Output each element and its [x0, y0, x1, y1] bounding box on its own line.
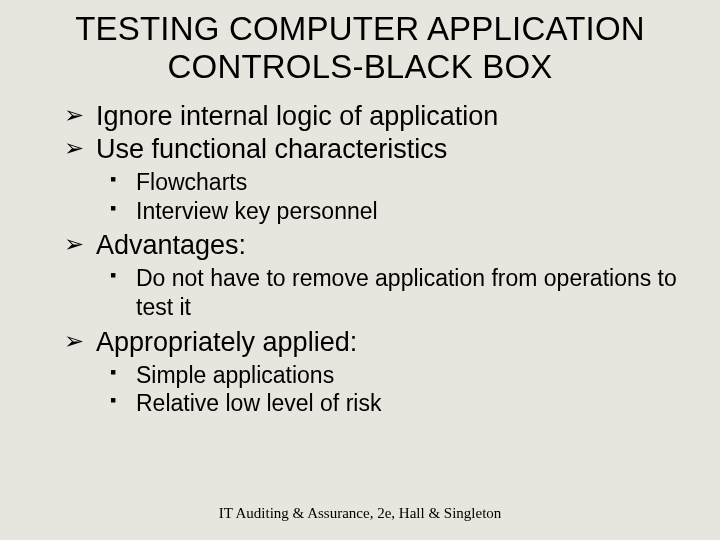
bullet-item: Use functional characteristics — [66, 133, 696, 166]
bullet-text: Interview key personnel — [136, 198, 378, 224]
slide-title: TESTING COMPUTER APPLICATION CONTROLS-BL… — [24, 10, 696, 86]
bullet-item: Relative low level of risk — [110, 389, 696, 418]
bullet-item: Simple applications — [110, 361, 696, 390]
bullet-text: Ignore internal logic of application — [96, 101, 498, 131]
title-line-2: CONTROLS-BLACK BOX — [167, 48, 552, 85]
bullet-list-level2: Flowcharts Interview key personnel — [24, 168, 696, 226]
bullet-text: Do not have to remove application from o… — [136, 265, 677, 320]
bullet-text: Simple applications — [136, 362, 334, 388]
slide: TESTING COMPUTER APPLICATION CONTROLS-BL… — [0, 0, 720, 540]
bullet-text: Appropriately applied: — [96, 327, 357, 357]
bullet-text: Flowcharts — [136, 169, 247, 195]
bullet-item: Appropriately applied: — [66, 326, 696, 359]
bullet-item: Interview key personnel — [110, 197, 696, 226]
slide-footer: IT Auditing & Assurance, 2e, Hall & Sing… — [0, 505, 720, 522]
bullet-text: Relative low level of risk — [136, 390, 381, 416]
bullet-text: Use functional characteristics — [96, 134, 447, 164]
bullet-item: Ignore internal logic of application — [66, 100, 696, 133]
bullet-item: Do not have to remove application from o… — [110, 264, 696, 322]
bullet-list-level1: Ignore internal logic of application Use… — [24, 100, 696, 166]
title-line-1: TESTING COMPUTER APPLICATION — [75, 10, 645, 47]
bullet-item: Flowcharts — [110, 168, 696, 197]
bullet-list-level2: Simple applications Relative low level o… — [24, 361, 696, 419]
bullet-list-level1: Advantages: — [24, 229, 696, 262]
bullet-text: Advantages: — [96, 230, 246, 260]
bullet-list-level1: Appropriately applied: — [24, 326, 696, 359]
bullet-list-level2: Do not have to remove application from o… — [24, 264, 696, 322]
bullet-item: Advantages: — [66, 229, 696, 262]
